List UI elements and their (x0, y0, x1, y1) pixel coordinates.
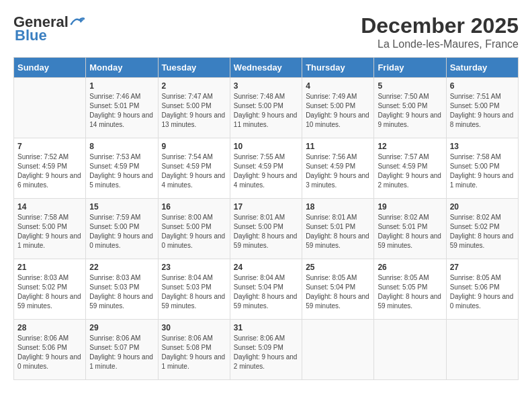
day-number: 11 (306, 142, 370, 151)
day-info: Sunrise: 7:58 AM Sunset: 5:00 PM Dayligh… (17, 213, 82, 250)
calendar-cell: 2Sunrise: 7:47 AM Sunset: 5:00 PM Daylig… (158, 78, 230, 138)
calendar-cell: 19Sunrise: 8:02 AM Sunset: 5:01 PM Dayli… (374, 199, 446, 259)
day-number: 6 (450, 81, 515, 91)
calendar-week-row: 7Sunrise: 7:52 AM Sunset: 4:59 PM Daylig… (14, 138, 519, 199)
page-header: General Blue December 2025 La Londe-les-… (13, 13, 519, 50)
calendar-table: SundayMondayTuesdayWednesdayThursdayFrid… (13, 57, 519, 380)
calendar-cell: 8Sunrise: 7:53 AM Sunset: 4:59 PM Daylig… (86, 138, 158, 199)
day-info: Sunrise: 8:05 AM Sunset: 5:05 PM Dayligh… (378, 273, 442, 311)
day-number: 22 (89, 263, 154, 272)
calendar-cell: 28Sunrise: 8:06 AM Sunset: 5:06 PM Dayli… (14, 320, 86, 380)
calendar-cell: 3Sunrise: 7:48 AM Sunset: 5:00 PM Daylig… (230, 78, 302, 138)
day-number: 14 (17, 202, 82, 212)
day-info: Sunrise: 8:06 AM Sunset: 5:09 PM Dayligh… (234, 334, 298, 371)
calendar-cell: 26Sunrise: 8:05 AM Sunset: 5:05 PM Dayli… (374, 259, 446, 320)
day-number: 3 (234, 81, 298, 91)
calendar-cell (14, 78, 86, 138)
calendar-cell: 12Sunrise: 7:57 AM Sunset: 4:59 PM Dayli… (374, 138, 446, 199)
calendar-cell: 1Sunrise: 7:46 AM Sunset: 5:01 PM Daylig… (86, 78, 158, 138)
logo-bird-icon (70, 16, 85, 27)
calendar-cell: 6Sunrise: 7:51 AM Sunset: 5:00 PM Daylig… (446, 78, 518, 138)
day-number: 15 (89, 202, 154, 212)
day-number: 10 (234, 142, 298, 151)
header-saturday: Saturday (446, 58, 518, 78)
day-number: 30 (162, 323, 226, 332)
calendar-cell: 20Sunrise: 8:02 AM Sunset: 5:02 PM Dayli… (446, 199, 518, 259)
day-number: 31 (234, 323, 298, 332)
day-number: 24 (234, 263, 298, 272)
day-number: 1 (89, 81, 154, 91)
day-info: Sunrise: 8:01 AM Sunset: 5:01 PM Dayligh… (306, 213, 370, 250)
calendar-cell: 14Sunrise: 7:58 AM Sunset: 5:00 PM Dayli… (14, 199, 86, 259)
day-info: Sunrise: 8:03 AM Sunset: 5:03 PM Dayligh… (89, 273, 154, 311)
day-info: Sunrise: 7:57 AM Sunset: 4:59 PM Dayligh… (378, 152, 442, 190)
day-number: 9 (162, 142, 226, 151)
day-info: Sunrise: 7:49 AM Sunset: 5:00 PM Dayligh… (306, 92, 370, 130)
day-info: Sunrise: 7:55 AM Sunset: 4:59 PM Dayligh… (234, 152, 298, 190)
calendar-cell: 27Sunrise: 8:05 AM Sunset: 5:06 PM Dayli… (446, 259, 518, 320)
calendar-cell: 5Sunrise: 7:50 AM Sunset: 5:00 PM Daylig… (374, 78, 446, 138)
calendar-cell: 17Sunrise: 8:01 AM Sunset: 5:00 PM Dayli… (230, 199, 302, 259)
calendar-cell: 22Sunrise: 8:03 AM Sunset: 5:03 PM Dayli… (86, 259, 158, 320)
calendar-cell: 7Sunrise: 7:52 AM Sunset: 4:59 PM Daylig… (14, 138, 86, 199)
calendar-cell: 25Sunrise: 8:05 AM Sunset: 5:04 PM Dayli… (302, 259, 374, 320)
day-info: Sunrise: 8:00 AM Sunset: 5:00 PM Dayligh… (162, 213, 226, 250)
calendar-week-row: 14Sunrise: 7:58 AM Sunset: 5:00 PM Dayli… (14, 199, 519, 259)
subtitle: La Londe-les-Maures, France (361, 38, 519, 50)
calendar-cell: 31Sunrise: 8:06 AM Sunset: 5:09 PM Dayli… (230, 320, 302, 380)
day-info: Sunrise: 7:59 AM Sunset: 5:00 PM Dayligh… (89, 213, 154, 250)
title-block: December 2025 La Londe-les-Maures, Franc… (361, 13, 519, 50)
calendar-cell: 15Sunrise: 7:59 AM Sunset: 5:00 PM Dayli… (86, 199, 158, 259)
day-number: 28 (17, 323, 82, 332)
day-number: 23 (162, 263, 226, 272)
calendar-cell: 16Sunrise: 8:00 AM Sunset: 5:00 PM Dayli… (158, 199, 230, 259)
header-tuesday: Tuesday (158, 58, 230, 78)
day-number: 17 (234, 202, 298, 212)
calendar-cell (302, 320, 374, 380)
day-number: 29 (89, 323, 154, 332)
calendar-week-row: 21Sunrise: 8:03 AM Sunset: 5:02 PM Dayli… (14, 259, 519, 320)
calendar-cell: 29Sunrise: 8:06 AM Sunset: 5:07 PM Dayli… (86, 320, 158, 380)
day-number: 12 (378, 142, 442, 151)
day-number: 2 (162, 81, 226, 91)
calendar-cell: 24Sunrise: 8:04 AM Sunset: 5:04 PM Dayli… (230, 259, 302, 320)
calendar-cell: 10Sunrise: 7:55 AM Sunset: 4:59 PM Dayli… (230, 138, 302, 199)
day-info: Sunrise: 8:06 AM Sunset: 5:07 PM Dayligh… (89, 334, 154, 371)
day-info: Sunrise: 7:53 AM Sunset: 4:59 PM Dayligh… (89, 152, 154, 190)
day-number: 20 (450, 202, 515, 212)
header-friday: Friday (374, 58, 446, 78)
day-info: Sunrise: 8:02 AM Sunset: 5:01 PM Dayligh… (378, 213, 442, 250)
day-info: Sunrise: 7:47 AM Sunset: 5:00 PM Dayligh… (162, 92, 226, 130)
day-info: Sunrise: 7:56 AM Sunset: 4:59 PM Dayligh… (306, 152, 370, 190)
day-number: 5 (378, 81, 442, 91)
day-info: Sunrise: 7:48 AM Sunset: 5:00 PM Dayligh… (234, 92, 298, 130)
day-info: Sunrise: 7:51 AM Sunset: 5:00 PM Dayligh… (450, 92, 515, 130)
day-number: 27 (450, 263, 515, 272)
day-number: 25 (306, 263, 370, 272)
calendar-week-row: 1Sunrise: 7:46 AM Sunset: 5:01 PM Daylig… (14, 78, 519, 138)
day-number: 26 (378, 263, 442, 272)
header-wednesday: Wednesday (230, 58, 302, 78)
calendar-cell: 21Sunrise: 8:03 AM Sunset: 5:02 PM Dayli… (14, 259, 86, 320)
day-info: Sunrise: 7:54 AM Sunset: 4:59 PM Dayligh… (162, 152, 226, 190)
day-number: 19 (378, 202, 442, 212)
logo: General Blue (13, 13, 85, 44)
day-info: Sunrise: 7:58 AM Sunset: 5:00 PM Dayligh… (450, 152, 515, 190)
day-number: 8 (89, 142, 154, 151)
day-info: Sunrise: 8:02 AM Sunset: 5:02 PM Dayligh… (450, 213, 515, 250)
day-info: Sunrise: 8:06 AM Sunset: 5:08 PM Dayligh… (162, 334, 226, 371)
day-info: Sunrise: 8:04 AM Sunset: 5:04 PM Dayligh… (234, 273, 298, 311)
calendar-cell: 4Sunrise: 7:49 AM Sunset: 5:00 PM Daylig… (302, 78, 374, 138)
day-info: Sunrise: 8:05 AM Sunset: 5:04 PM Dayligh… (306, 273, 370, 311)
day-info: Sunrise: 8:03 AM Sunset: 5:02 PM Dayligh… (17, 273, 82, 311)
day-info: Sunrise: 7:50 AM Sunset: 5:00 PM Dayligh… (378, 92, 442, 130)
header-sunday: Sunday (14, 58, 86, 78)
header-monday: Monday (86, 58, 158, 78)
day-info: Sunrise: 7:46 AM Sunset: 5:01 PM Dayligh… (89, 92, 154, 130)
day-number: 13 (450, 142, 515, 151)
calendar-week-row: 28Sunrise: 8:06 AM Sunset: 5:06 PM Dayli… (14, 320, 519, 380)
day-info: Sunrise: 8:06 AM Sunset: 5:06 PM Dayligh… (17, 334, 82, 371)
day-info: Sunrise: 8:01 AM Sunset: 5:00 PM Dayligh… (234, 213, 298, 250)
calendar-cell: 11Sunrise: 7:56 AM Sunset: 4:59 PM Dayli… (302, 138, 374, 199)
calendar-cell: 23Sunrise: 8:04 AM Sunset: 5:03 PM Dayli… (158, 259, 230, 320)
